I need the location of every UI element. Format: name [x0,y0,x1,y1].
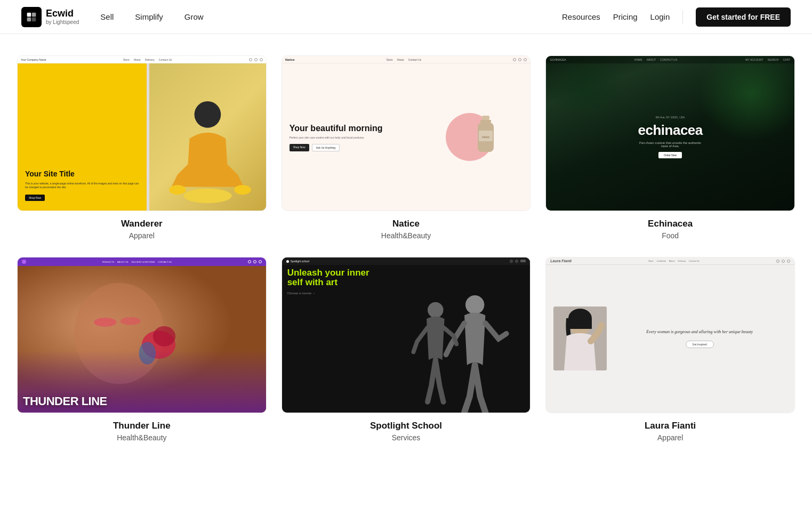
nav-divider [682,11,683,23]
card-natice[interactable]: Natice Store About Contact Us Your beaut [282,55,531,240]
spotlight-category: Services [282,433,531,442]
wanderer-left-panel: Your Site Title This is your website, a … [18,160,149,211]
spotlight-text: Unleash your inner self with art Choose … [287,268,373,295]
thunder-nav-bar: PRODUCTS ABOUT US DELIVERY & RETURNS CON… [18,257,266,266]
laura-cta-btn: Get Inspired [686,341,714,348]
get-started-button[interactable]: Get started for FREE [696,7,791,27]
laura-quote-text: Every woman is gorgeous and alluring wit… [646,329,753,335]
wanderer-right-panel [149,63,266,211]
laura-photo-svg [553,307,607,370]
echinacea-center: 8th Ave, NY 10001, USA echinacea Pan-Asi… [546,56,794,211]
thumbnail-echinacea: ECHINACEA HOME ABOUT CONTACT US MY ACCOU… [545,55,795,211]
logo-text: Ecwid by Lightspeed [46,9,79,25]
echinacea-address: 8th Ave, NY 10001, USA [656,116,685,119]
laura-container: Laura Fianti Store Lookbook About Delive… [546,257,794,412]
natice-title: Natice [282,219,531,229]
thunder-title: Thunder Line [17,421,267,431]
natice-mini-nav: Natice Store About Contact Us [282,56,530,63]
card-spotlight[interactable]: Spotlight school Unleash your inner self… [282,257,531,441]
laura-category: Apparel [545,433,795,442]
logo-icon [21,7,42,27]
echinacea-bg: ECHINACEA HOME ABOUT CONTACT US MY ACCOU… [546,56,794,211]
main-nav: Ecwid by Lightspeed Sell Simplify Grow R… [0,0,812,34]
natice-ask-btn: Ask Us Anything [312,144,340,151]
spotlight-nav-bar: Spotlight school [282,257,530,265]
svg-point-6 [169,185,186,195]
card-thunder[interactable]: PRODUCTS ABOUT US DELIVERY & RETURNS CON… [17,257,267,441]
svg-point-16 [120,317,141,325]
main-content: Your Company Name Store About Delivery C… [0,34,812,463]
thunder-category: Health&Beauty [17,433,267,442]
natice-headline: Your beautiful morning [290,123,417,133]
svg-rect-3 [32,17,36,21]
thumbnail-spotlight: Spotlight school Unleash your inner self… [282,257,531,413]
svg-rect-0 [27,12,31,17]
wanderer-title: Wanderer [17,219,267,229]
natice-shop-btn: Shop Now [290,144,309,151]
nav-right: Resources Pricing Login Get started for … [562,7,791,27]
thumbnail-wanderer: Your Company Name Store About Delivery C… [17,55,267,211]
card-echinacea[interactable]: ECHINACEA HOME ABOUT CONTACT US MY ACCOU… [545,55,795,240]
logo[interactable]: Ecwid by Lightspeed [21,7,79,27]
svg-rect-25 [568,318,592,329]
wanderer-nav-icons [249,58,263,61]
svg-text:Natice: Natice [482,135,489,139]
thumbnail-laura: Laura Fianti Store Lookbook About Delive… [545,257,795,413]
svg-point-4 [194,101,221,128]
wanderer-cta: Shop Now [25,195,45,201]
laura-text-area: Every woman is gorgeous and alluring wit… [607,329,787,348]
natice-category: Health&Beauty [282,231,531,240]
natice-bottle-svg: Natice [472,115,499,160]
natice-left: Your beautiful morning Perfect your skin… [290,123,417,151]
svg-rect-1 [32,12,36,17]
svg-rect-9 [480,120,491,123]
svg-rect-8 [482,116,489,120]
nav-sell[interactable]: Sell [100,12,114,21]
thumbnail-natice: Natice Store About Contact Us Your beaut [282,55,531,211]
card-laura[interactable]: Laura Fianti Store Lookbook About Delive… [545,257,795,441]
spotlight-container: Spotlight school Unleash your inner self… [282,257,530,412]
wanderer-mini-nav: Your Company Name Store About Delivery C… [18,56,266,63]
laura-brand-label: Laura Fianti [550,259,572,263]
svg-point-18 [153,326,175,346]
nav-simplify[interactable]: Simplify [135,12,163,21]
nav-resources[interactable]: Resources [562,12,600,21]
nav-grow[interactable]: Grow [184,12,204,21]
wanderer-person-svg [149,78,266,211]
wanderer-site-title: Your Site Title [25,170,142,179]
svg-rect-2 [27,17,31,21]
natice-nav-links: Store About Contact Us [387,58,422,61]
spotlight-headline: Unleash your inner self with art [287,268,373,287]
natice-visual: Natice [443,110,496,164]
echinacea-cta: Order Now [658,152,682,158]
svg-point-15 [94,318,116,327]
echinacea-desc: Pan-Asian cuisine that unveils the authe… [638,141,702,148]
nav-pricing[interactable]: Pricing [613,12,638,21]
laura-title: Laura Fianti [545,421,795,431]
thunder-headline: THUNDER LINE [23,396,261,407]
card-wanderer[interactable]: Your Company Name Store About Delivery C… [17,55,267,240]
nav-login[interactable]: Login [650,12,670,21]
thunder-headline-container: THUNDER LINE [23,396,261,407]
echinacea-title-label: Echinacea [545,219,795,229]
svg-point-21 [428,302,444,318]
spotlight-title: Spotlight School [282,421,531,431]
wanderer-desc: This is your website, a single-page onli… [25,182,142,189]
templates-grid: Your Company Name Store About Delivery C… [17,55,795,442]
natice-desc: Perfect your skin care routine with our … [290,136,417,140]
wanderer-category: Apparel [17,231,267,240]
natice-right: Natice [416,110,522,164]
svg-point-7 [234,185,251,195]
echinacea-title: echinacea [638,122,703,139]
spotlight-cta: Choose a course → [287,292,373,295]
natice-nav-icons [513,58,527,61]
svg-point-5 [183,188,231,203]
spotlight-figures [393,265,530,412]
thunder-container: PRODUCTS ABOUT US DELIVERY & RETURNS CON… [18,257,266,412]
wanderer-content: Your Site Title This is your website, a … [18,63,266,211]
wanderer-image-area [149,63,266,211]
laura-photo [553,307,607,370]
natice-brand: Natice [285,58,295,61]
natice-content: Your beautiful morning Perfect your skin… [282,63,530,211]
thumbnail-thunder: PRODUCTS ABOUT US DELIVERY & RETURNS CON… [17,257,267,413]
